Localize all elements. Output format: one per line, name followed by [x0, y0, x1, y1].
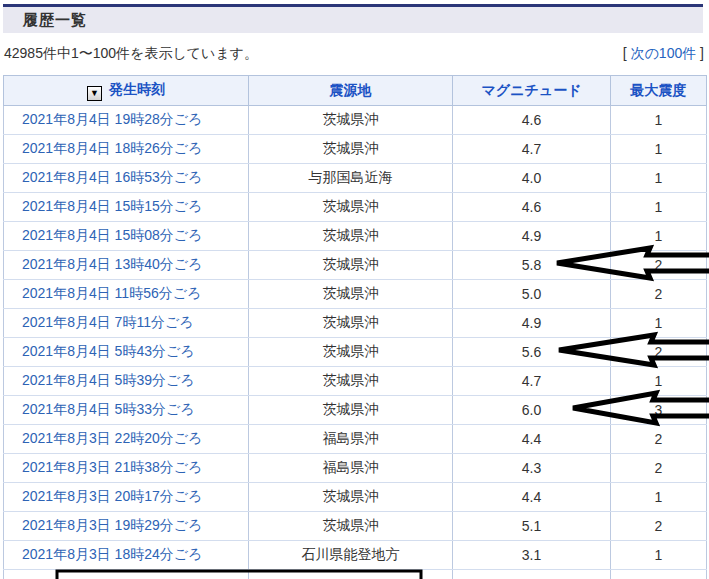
epicenter-cell: 福島県沖 [249, 425, 453, 454]
intensity-cell: 2 [611, 338, 707, 367]
magnitude-cell: 5.6 [453, 338, 611, 367]
quake-time-link[interactable]: 2021年8月4日 5時43分ごろ [4, 338, 249, 367]
intensity-cell: 3 [611, 396, 707, 425]
magnitude-cell: 4.6 [453, 193, 611, 222]
bracket-close: ] [696, 45, 704, 61]
intensity-cell: 2 [611, 251, 707, 280]
intensity-cell: 1 [611, 309, 707, 338]
intensity-cell: 1 [611, 164, 707, 193]
magnitude-cell: 4.4 [453, 483, 611, 512]
epicenter-cell: 茨城県沖 [249, 309, 453, 338]
quake-time-link[interactable]: 2021年8月3日 22時20分ごろ [4, 425, 249, 454]
partial-cell [453, 570, 611, 579]
sort-descending-icon[interactable]: ▼ [87, 86, 102, 101]
table-row: 2021年8月4日 5時39分ごろ茨城県沖4.71 [4, 367, 707, 396]
intensity-cell: 1 [611, 135, 707, 164]
magnitude-cell: 4.7 [453, 367, 611, 396]
epicenter-cell: 茨城県沖 [249, 396, 453, 425]
table-row: 2021年8月3日 18時24分ごろ石川県能登地方3.11 [4, 541, 707, 570]
table-row: 2021年8月4日 7時11分ごろ茨城県沖4.91 [4, 309, 707, 338]
quake-time-link[interactable]: 2021年8月3日 20時17分ごろ [4, 483, 249, 512]
table-row: 2021年8月4日 15時08分ごろ茨城県沖4.91 [4, 222, 707, 251]
quake-time-link[interactable]: 2021年8月4日 18時26分ごろ [4, 135, 249, 164]
quake-time-link[interactable]: 2021年8月4日 19時28分ごろ [4, 106, 249, 135]
intensity-cell: 1 [611, 541, 707, 570]
magnitude-cell: 5.8 [453, 251, 611, 280]
table-row: 2021年8月3日 20時17分ごろ茨城県沖4.41 [4, 483, 707, 512]
next-page-control: [ 次の100件 ] [623, 45, 704, 63]
epicenter-cell: 茨城県沖 [249, 193, 453, 222]
magnitude-cell: 3.1 [453, 541, 611, 570]
table-body: 2021年8月4日 19時28分ごろ茨城県沖4.612021年8月4日 18時2… [4, 106, 707, 579]
intensity-cell: 1 [611, 106, 707, 135]
table-header-row: ▼発生時刻 震源地 マグニチュード 最大震度 [4, 76, 707, 106]
bracket-open: [ [623, 45, 631, 61]
magnitude-cell: 5.0 [453, 280, 611, 309]
intensity-cell: 1 [611, 483, 707, 512]
epicenter-cell: 石川県能登地方 [249, 541, 453, 570]
quake-time-link[interactable]: 2021年8月3日 21時38分ごろ [4, 454, 249, 483]
page-title: 履歴一覧 [3, 11, 87, 30]
intensity-cell: 2 [611, 512, 707, 541]
quake-time-link[interactable]: 2021年8月3日 18時24分ごろ [4, 541, 249, 570]
epicenter-cell: 福島県沖 [249, 454, 453, 483]
table-row: 2021年8月4日 16時53分ごろ与那国島近海4.01 [4, 164, 707, 193]
intensity-cell: 2 [611, 454, 707, 483]
table-row: 2021年8月4日 15時15分ごろ茨城県沖4.61 [4, 193, 707, 222]
table-row: 2021年8月4日 11時56分ごろ茨城県沖5.02 [4, 280, 707, 309]
next-100-link[interactable]: 次の100件 [631, 45, 697, 61]
col-header-intensity: 最大震度 [611, 76, 707, 106]
intensity-cell: 1 [611, 222, 707, 251]
epicenter-cell: 茨城県沖 [249, 251, 453, 280]
partial-cell [611, 570, 707, 579]
earthquake-history-page: 履歴一覧 42985件中1〜100件を表示しています。 [ 次の100件 ] ▼… [0, 0, 709, 579]
col-header-magnitude: マグニチュード [453, 76, 611, 106]
magnitude-cell: 4.9 [453, 309, 611, 338]
epicenter-cell: 茨城県沖 [249, 483, 453, 512]
result-summary-bar: 42985件中1〜100件を表示しています。 [ 次の100件 ] [4, 44, 704, 64]
magnitude-cell: 5.1 [453, 512, 611, 541]
table-row: 2021年8月4日 13時40分ごろ茨城県沖5.82 [4, 251, 707, 280]
magnitude-cell: 4.0 [453, 164, 611, 193]
epicenter-cell: 茨城県沖 [249, 280, 453, 309]
epicenter-cell: 茨城県沖 [249, 222, 453, 251]
quake-time-link[interactable]: 2021年8月4日 11時56分ごろ [4, 280, 249, 309]
intensity-cell: 1 [611, 193, 707, 222]
magnitude-cell: 4.3 [453, 454, 611, 483]
quake-time-link[interactable]: 2021年8月4日 5時33分ごろ [4, 396, 249, 425]
quake-time-link[interactable]: 2021年8月4日 5時39分ごろ [4, 367, 249, 396]
epicenter-cell: 茨城県沖 [249, 512, 453, 541]
quake-time-link[interactable]: 2021年8月3日 19時29分ごろ [4, 512, 249, 541]
page-title-bar: 履歴一覧 [3, 4, 703, 33]
epicenter-cell: 茨城県沖 [249, 367, 453, 396]
quake-time-link[interactable]: 2021年8月4日 15時15分ごろ [4, 193, 249, 222]
table-row: 2021年8月4日 19時28分ごろ茨城県沖4.61 [4, 106, 707, 135]
table-row-partial [4, 570, 707, 579]
quake-time-link[interactable]: 2021年8月4日 7時11分ごろ [4, 309, 249, 338]
table-row: 2021年8月3日 19時29分ごろ茨城県沖5.12 [4, 512, 707, 541]
magnitude-cell: 4.9 [453, 222, 611, 251]
intensity-cell: 2 [611, 280, 707, 309]
epicenter-cell: 与那国島近海 [249, 164, 453, 193]
epicenter-cell: 茨城県沖 [249, 106, 453, 135]
magnitude-cell: 6.0 [453, 396, 611, 425]
col-header-epicenter: 震源地 [249, 76, 453, 106]
intensity-cell: 1 [611, 367, 707, 396]
magnitude-cell: 4.4 [453, 425, 611, 454]
col-header-time-label: 発生時刻 [109, 81, 165, 97]
quake-time-link[interactable]: 2021年8月4日 16時53分ごろ [4, 164, 249, 193]
partial-cell [249, 570, 453, 579]
table-row: 2021年8月4日 18時26分ごろ茨城県沖4.71 [4, 135, 707, 164]
table-row: 2021年8月3日 21時38分ごろ福島県沖4.32 [4, 454, 707, 483]
table-row: 2021年8月3日 22時20分ごろ福島県沖4.42 [4, 425, 707, 454]
partial-cell [4, 570, 249, 579]
quake-time-link[interactable]: 2021年8月4日 15時08分ごろ [4, 222, 249, 251]
result-count-text: 42985件中1〜100件を表示しています。 [4, 45, 258, 63]
intensity-cell: 2 [611, 425, 707, 454]
epicenter-cell: 茨城県沖 [249, 338, 453, 367]
magnitude-cell: 4.6 [453, 106, 611, 135]
col-header-time[interactable]: ▼発生時刻 [4, 76, 249, 106]
epicenter-cell: 茨城県沖 [249, 135, 453, 164]
magnitude-cell: 4.7 [453, 135, 611, 164]
quake-time-link[interactable]: 2021年8月4日 13時40分ごろ [4, 251, 249, 280]
